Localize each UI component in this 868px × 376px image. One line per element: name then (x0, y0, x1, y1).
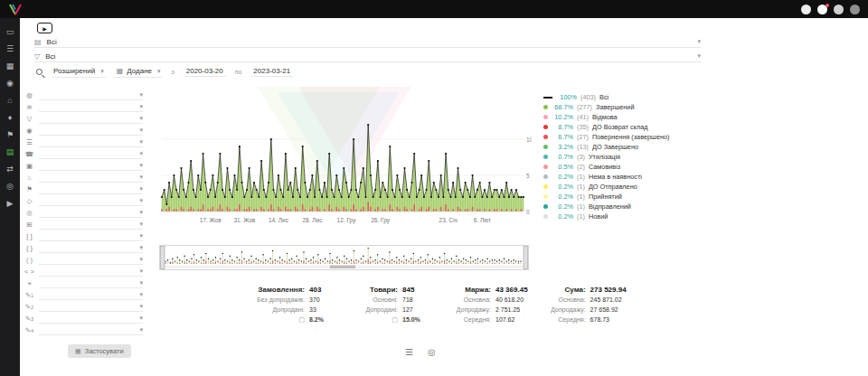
svg-text:31. Жов: 31. Жов (233, 217, 255, 223)
svg-text:12. Гру: 12. Гру (337, 217, 357, 224)
chart-icon: ▦ (75, 348, 81, 355)
stats-title-row: Замовлення:403 (256, 286, 340, 295)
svg-text:14. Лис: 14. Лис (269, 217, 289, 223)
rail-item-statistics[interactable]: ▤ (3, 145, 17, 158)
filter-select-all-1[interactable]: ▤ Всі ▾ (34, 36, 701, 48)
calendar-icon: ▦ (117, 67, 124, 75)
filter-select-warehouse[interactable]: ▾ (39, 173, 143, 183)
dot-swatch-icon (543, 184, 548, 189)
legend-item-3[interactable]: 8.7%(35)ДО Возврат склад (543, 122, 724, 132)
globe-icon[interactable]: ◎ (428, 347, 436, 357)
filter-select-custom-1[interactable]: ▾ (39, 290, 143, 300)
rail-item-modules[interactable]: ▦ (3, 59, 17, 72)
phone-icon: ☎ (24, 150, 35, 158)
theme-icon[interactable] (834, 5, 844, 14)
list-view-icon[interactable]: ☰ (405, 347, 413, 357)
rail-item-customers[interactable]: ◉ (3, 76, 17, 89)
rail-item-marketing[interactable]: ⚑ (3, 127, 17, 141)
search-icon[interactable] (36, 69, 42, 75)
filter-select-var-round[interactable]: ▾ (39, 255, 143, 265)
rail-item-orders-list[interactable]: ☰ (3, 42, 17, 55)
alerts-bell-icon[interactable] (850, 5, 860, 14)
stats-title-row: Сума:273 529.94 (537, 286, 627, 295)
legend-item-8[interactable]: 0.2%(1)Нема в наявності (543, 172, 724, 182)
date-field-select[interactable]: ▦ Додане ▾ (115, 66, 163, 78)
rail-item-integrations[interactable]: ⇄ (3, 162, 17, 175)
legend-label: Всі (599, 93, 609, 101)
notifications-bell-icon[interactable] (817, 5, 827, 14)
filter-select-funnel[interactable]: ▾ (39, 114, 143, 124)
advanced-filter-select[interactable]: Розширений ▾ (52, 66, 106, 78)
svg-text:10: 10 (526, 136, 532, 143)
filter-select-phone[interactable]: ▾ (39, 149, 143, 159)
legend-item-9[interactable]: 0.2%(1)ДО Отправлено (543, 182, 724, 192)
rail-item-video[interactable]: ▶ (3, 196, 17, 210)
svg-text:0: 0 (526, 209, 530, 215)
filter-select-custom-2[interactable]: ▾ (39, 302, 143, 312)
legend-item-6[interactable]: 0.7%(3)Утилізація (543, 152, 724, 162)
orders-chart[interactable]: 051017. Жов31. Жов14. Лис28. Лис12. Гру2… (159, 87, 532, 233)
status-circle-icon[interactable] (801, 5, 811, 14)
legend-item-2[interactable]: 10.2%(41)Відмова (543, 112, 724, 122)
legend-percent: 0.2% (552, 173, 573, 181)
legend-item-11[interactable]: 0.2%(1)Відправлений (543, 202, 724, 212)
filter-select-var-square[interactable]: ▾ (39, 231, 143, 241)
date-to-input[interactable]: 2023-03-21 (250, 66, 293, 77)
square-brackets-icon: [ ] (24, 232, 35, 240)
legend-item-7[interactable]: 0.5%(2)Самовивіз (543, 162, 724, 172)
stats-row: Середня:107.62 (442, 315, 528, 324)
filter-select-status[interactable]: ▾ (39, 102, 143, 112)
chart-range-brush[interactable] (159, 245, 529, 270)
filter-select-manager[interactable]: ▾ (39, 126, 143, 136)
legend-item-1[interactable]: 68.7%(277)Завершений (543, 102, 724, 112)
filter-select-list[interactable]: ▾ (39, 137, 143, 147)
channel-icon: ◍ (24, 91, 35, 99)
svg-text:23. Січ: 23. Січ (439, 217, 458, 223)
legend-percent: 8.7% (552, 123, 573, 131)
video-icon: ▶ (7, 199, 14, 208)
search-filter-row: Розширений ▾ ▦ Додане ▾ з 2020-03-20 по … (36, 65, 293, 78)
filter-select-target[interactable]: ▾ (39, 278, 143, 288)
filter-select-product[interactable]: ▾ (39, 161, 143, 171)
rail-item-home[interactable]: ⌂ (3, 93, 17, 107)
legend-count: (1) (577, 212, 585, 221)
filter-select-channel[interactable]: ▾ (39, 90, 143, 100)
legend-item-10[interactable]: 0.2%(1)Прийнятий (543, 192, 724, 202)
legend-label: Відмова (592, 113, 618, 121)
advanced-filter-label: Розширений (53, 67, 95, 75)
filter-row-var-round: ( )▾ (24, 254, 143, 266)
legend-item-4[interactable]: 6.7%(27)Повернення (завершено) (543, 132, 724, 142)
bag-icon: ▢ (298, 316, 305, 323)
dot-swatch-icon (543, 155, 548, 159)
filter-select-custom-3[interactable]: ▾ (39, 314, 143, 324)
customers-icon: ◉ (6, 79, 14, 88)
stats-value: 33 (309, 306, 340, 315)
legend-item-12[interactable]: 0.2%(1)Новий (543, 212, 724, 221)
legend-item-0[interactable]: 100%(403)Всі (543, 92, 724, 102)
legend-label: ДО Завершено (592, 143, 638, 151)
filter-select-region[interactable]: ▾ (39, 208, 143, 218)
statistics-icon: ▤ (6, 147, 14, 156)
filter-select-grid[interactable]: ▾ (39, 220, 143, 230)
filter-row-var-curly: { }▾ (24, 242, 143, 254)
rail-item-products[interactable]: ♦ (3, 110, 17, 124)
rail-item-display[interactable]: ▭ (3, 24, 17, 38)
stats-value: 107.62 (495, 315, 526, 324)
apply-button[interactable]: ▦ Застосувати (68, 344, 131, 358)
filter-select-var-angle[interactable]: ▾ (39, 267, 143, 277)
video-tutorial-button[interactable]: ▶ (37, 23, 52, 33)
legend-label: Повернення (завершено) (592, 133, 670, 141)
filter-select-custom-4[interactable]: ▾ (39, 325, 143, 335)
filter-row-warehouse: ⌂▾ (24, 172, 143, 183)
filter-select-payment[interactable]: ▾ (39, 196, 143, 206)
filter-select-delivery[interactable]: ▾ (39, 184, 143, 194)
filter-select-var-curly[interactable]: ▾ (39, 243, 143, 253)
app-logo-icon[interactable] (8, 4, 23, 15)
date-from-input[interactable]: 2020-03-20 (184, 66, 226, 77)
stats-title-value: 845 (402, 286, 433, 295)
dot-swatch-icon (543, 164, 548, 169)
rail-item-info[interactable]: ◎ (3, 179, 17, 193)
legend-item-5[interactable]: 3.2%(13)ДО Завершено (543, 142, 724, 152)
filter-select-all-2[interactable]: ▽ Всі ▾ (34, 51, 701, 62)
legend-label: Відправлений (589, 202, 631, 211)
